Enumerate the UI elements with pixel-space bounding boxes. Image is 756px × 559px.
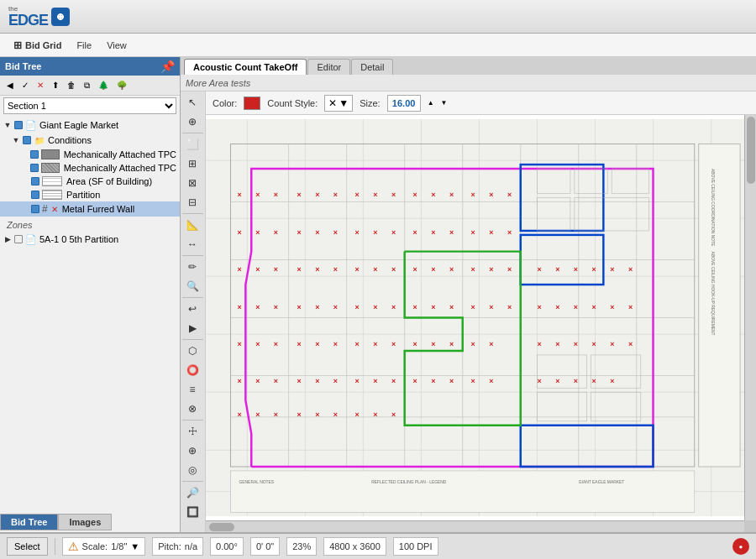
count-style-arrow: ▼ xyxy=(339,97,349,109)
draw-circle-dot[interactable]: ◎ xyxy=(181,461,204,479)
bottom-tab-bid-tree[interactable]: Bid Tree xyxy=(0,514,58,530)
svg-text:×: × xyxy=(449,265,454,274)
draw-hex[interactable]: ⬡ xyxy=(181,342,204,360)
svg-text:×: × xyxy=(413,303,417,311)
toolbar-delete[interactable]: 🗑 xyxy=(64,79,79,91)
svg-text:×: × xyxy=(297,228,301,237)
tree-label-mechanically: Mechanically Attached TPC xyxy=(64,149,176,159)
draw-rect-select[interactable]: 🔲 xyxy=(181,503,204,521)
svg-text:×: × xyxy=(297,191,301,200)
svg-text:×: × xyxy=(592,377,596,385)
main-view-area: Color: Count Style: ✕ ▼ Size: ▲ ▼ xyxy=(206,91,756,532)
size-spin-up[interactable]: ▲ xyxy=(428,99,434,107)
draw-play[interactable]: ▶ xyxy=(181,319,204,337)
size-spin-down[interactable]: ▼ xyxy=(441,99,448,107)
toolbar-tree1[interactable]: 🌲 xyxy=(95,79,112,91)
svg-text:×: × xyxy=(610,377,614,385)
vertical-scrollbar[interactable] xyxy=(744,115,756,520)
draw-plus-cross[interactable]: ☩ xyxy=(181,422,204,441)
svg-text:×: × xyxy=(333,377,338,385)
tab-detail[interactable]: Detail xyxy=(351,59,393,75)
tree-item-zone-5a1[interactable]: ▶ 📄 5A-1 0 5th Partition xyxy=(0,232,180,247)
svg-text:×: × xyxy=(237,340,241,348)
svg-text:×: × xyxy=(391,340,396,348)
tab-takoff[interactable]: Acoustic Count TakeOff xyxy=(184,59,307,75)
svg-text:×: × xyxy=(471,265,475,274)
toolbar-x[interactable]: ✕ xyxy=(34,79,47,91)
draw-zoom-in[interactable]: 🔎 xyxy=(181,483,204,502)
menu-view[interactable]: View xyxy=(100,38,134,53)
count-style-label: Count Style: xyxy=(267,98,318,108)
draw-crosshair[interactable]: ⊗ xyxy=(181,400,204,418)
draw-pencil[interactable]: ✏ xyxy=(181,258,204,276)
draw-minus-box[interactable]: ⊟ xyxy=(181,193,204,212)
blueprint-canvas[interactable]: ABOVE CEILING COORDINATION NOTE ABOVE CE… xyxy=(206,115,756,532)
horizontal-scrollbar[interactable] xyxy=(206,520,744,532)
svg-text:×: × xyxy=(373,265,377,274)
svg-text:×: × xyxy=(315,340,319,348)
bottom-tabs: Bid Tree Images xyxy=(0,514,112,530)
tree-item-giant-eagle[interactable]: ▼ 📄 Giant Eagle Market xyxy=(0,118,180,133)
tree-item-mechanically[interactable]: Mechanically Attached TPC xyxy=(0,148,180,161)
toolbar-copy[interactable]: ⧉ xyxy=(81,79,93,92)
tab-editor[interactable]: Editor xyxy=(307,59,350,75)
draw-x-box[interactable]: ⊠ xyxy=(181,174,204,192)
draw-circle-plus[interactable]: ⊕ xyxy=(181,441,204,460)
tree-item-metal-furred[interactable]: Partition xyxy=(0,188,180,201)
grid-icon: ⊞ xyxy=(13,39,22,51)
draw-sep-4 xyxy=(182,297,203,298)
v-scroll-thumb[interactable] xyxy=(747,117,755,184)
count-style-select[interactable]: ✕ ▼ xyxy=(324,95,353,112)
bid-tree-header: Bid Tree 📌 xyxy=(0,57,180,76)
bottom-tab-images[interactable]: Images xyxy=(58,514,112,530)
toolbar-back[interactable]: ◀ xyxy=(3,79,17,91)
toolbar-up[interactable]: ⬆ xyxy=(49,79,62,91)
svg-text:×: × xyxy=(274,303,278,311)
draw-undo[interactable]: ↩ xyxy=(181,300,204,318)
draw-circle-o[interactable]: ⭕ xyxy=(181,361,204,379)
svg-text:×: × xyxy=(355,377,360,385)
svg-text:×: × xyxy=(255,228,260,237)
draw-plus-circle[interactable]: ⊕ xyxy=(181,112,204,131)
size-input[interactable] xyxy=(387,95,421,112)
draw-select[interactable]: ↖ xyxy=(181,93,204,112)
svg-text:×: × xyxy=(449,377,454,385)
draw-add-box[interactable]: ⊞ xyxy=(181,154,204,173)
size-label: Size: xyxy=(360,98,380,108)
pin-icon[interactable]: 📌 xyxy=(160,60,175,73)
svg-text:×: × xyxy=(391,265,396,274)
tree-item-acoustic-count[interactable]: # ✕ Metal Furred Wall xyxy=(0,201,180,217)
right-panel: Acoustic Count TakeOff Editor Detail Mor… xyxy=(181,57,756,532)
draw-angle[interactable]: 📐 xyxy=(181,216,204,234)
svg-text:×: × xyxy=(315,228,319,237)
tree-item-partition[interactable]: Area (SF of Building) xyxy=(0,175,180,188)
count-style-value: ✕ xyxy=(328,97,337,109)
record-button[interactable]: ● xyxy=(732,538,749,555)
menu-file[interactable]: File xyxy=(70,38,98,53)
tree-item-conditions[interactable]: ▼ 📁 Conditions xyxy=(0,133,180,148)
scale-value: 1/8" xyxy=(111,541,127,551)
svg-text:×: × xyxy=(431,377,435,385)
tree-item-area-sf[interactable]: Mechanically Attached TPC xyxy=(0,161,180,175)
svg-text:×: × xyxy=(507,303,512,311)
svg-text:×: × xyxy=(391,191,396,200)
h-scroll-thumb[interactable] xyxy=(209,523,234,531)
select-button[interactable]: Select xyxy=(7,537,48,556)
svg-text:×: × xyxy=(274,191,278,200)
menu-bid-grid[interactable]: ⊞ Bid Grid xyxy=(7,37,68,54)
angle-item: 0.00° xyxy=(210,537,244,556)
svg-text:×: × xyxy=(628,265,633,274)
section-select[interactable]: Section 1 xyxy=(3,97,176,114)
toolbar-check[interactable]: ✓ xyxy=(18,79,32,91)
offset-value: 0' 0" xyxy=(256,541,274,551)
svg-text:×: × xyxy=(592,265,596,274)
color-swatch[interactable] xyxy=(244,97,260,110)
draw-box[interactable]: ⬜ xyxy=(181,135,204,154)
tree-content: ▼ 📄 Giant Eagle Market ▼ 📁 Conditions Me… xyxy=(0,116,180,532)
resolution-item: 4800 x 3600 xyxy=(323,537,386,556)
toolbar-tree2[interactable]: 🌳 xyxy=(113,79,130,91)
scale-arrow[interactable]: ▼ xyxy=(130,541,139,551)
draw-lines[interactable]: ≡ xyxy=(181,380,204,399)
draw-resize[interactable]: ↔ xyxy=(181,235,204,253)
draw-zoom[interactable]: 🔍 xyxy=(181,277,204,295)
